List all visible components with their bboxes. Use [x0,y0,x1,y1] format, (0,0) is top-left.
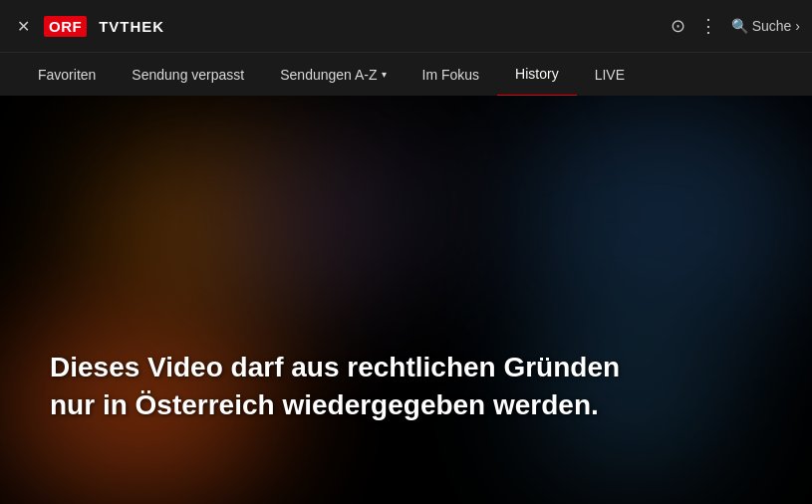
video-area: Dieses Video darf aus rechtlichen Gründe… [0,96,812,504]
search-area[interactable]: 🔍 Suche › [731,18,800,34]
header-icons: ⊙ ⋮ 🔍 Suche › [671,15,800,37]
search-label: Suche [752,18,792,34]
geo-message-text: Dieses Video darf aus rechtlichen Gründe… [50,349,762,424]
close-button[interactable]: ✕ [12,15,34,37]
cast-icon[interactable]: ⊙ [671,15,685,37]
nav-item-im-fokus[interactable]: Im Fokus [405,53,498,97]
nav-item-favoriten[interactable]: Favoriten [20,53,114,97]
tvthek-logo: TVTHEK [99,18,164,35]
more-options-icon[interactable]: ⋮ [699,15,717,37]
video-overlay [0,96,812,504]
search-icon: 🔍 [731,18,748,34]
geo-message-line1: Dieses Video darf aus rechtlichen Gründe… [50,352,620,382]
sendungen-az-label: Sendungen A-Z [280,67,377,83]
geo-restriction-message: Dieses Video darf aus rechtlichen Gründe… [50,349,762,424]
nav-item-sendungen-az[interactable]: Sendungen A-Z ▾ [262,53,404,97]
nav-item-live[interactable]: LIVE [577,53,643,97]
header: ✕ ORF TVTHEK ⊙ ⋮ 🔍 Suche › [0,0,812,52]
orf-logo: ORF [44,16,87,37]
dropdown-arrow-icon: ▾ [382,69,387,80]
main-nav: Favoriten Sendung verpasst Sendungen A-Z… [0,52,812,96]
nav-item-history[interactable]: History [497,53,577,97]
search-arrow-icon: › [795,18,800,34]
geo-message-line2: nur in Österreich wiedergegeben werden. [50,389,599,420]
nav-item-sendung-verpasst[interactable]: Sendung verpasst [114,53,262,97]
